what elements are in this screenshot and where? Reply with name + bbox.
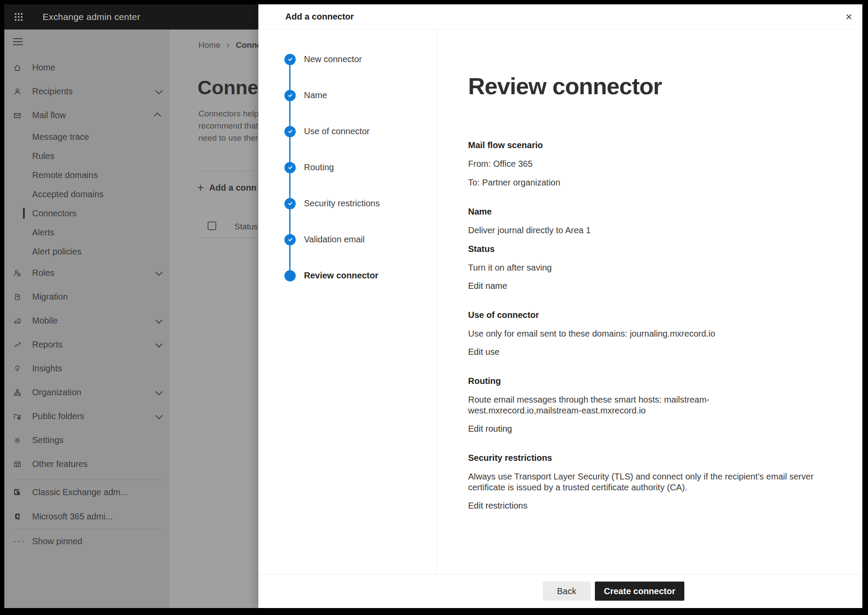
status-column-header: Status	[234, 222, 258, 231]
hamburger-menu-icon[interactable]	[13, 38, 23, 45]
sidebar: Home Recipients Mail flow	[4, 30, 169, 608]
sidebar-item-label: Settings	[32, 435, 63, 445]
sidebar-item-insights[interactable]: Insights	[4, 357, 169, 380]
mail-flow-scenario-heading: Mail flow scenario	[468, 140, 815, 151]
step-label: New connector	[304, 54, 362, 64]
sidebar-item-mobile[interactable]: Mobile	[4, 309, 169, 333]
step-done-icon	[284, 198, 296, 209]
back-button[interactable]: Back	[543, 582, 591, 601]
sidebar-item-public-folders[interactable]: Public folders	[4, 404, 169, 428]
page-intro-text: Connectors help recommend that need to u…	[198, 108, 258, 144]
breadcrumb-current: Conne	[236, 40, 261, 50]
check-icon	[287, 93, 293, 98]
wizard-step-routing[interactable]: Routing	[258, 149, 437, 185]
sidebar-item-remote-domains[interactable]: Remote domains	[4, 165, 169, 185]
step-label: Routing	[304, 162, 334, 172]
sidebar-item-show-pinned[interactable]: ··· Show pinned	[4, 529, 169, 553]
sidebar-item-label: Migration	[32, 292, 68, 302]
sidebar-item-home[interactable]: Home	[4, 56, 169, 79]
microsoft-365-icon	[13, 512, 22, 521]
breadcrumb-home-link[interactable]: Home	[198, 40, 221, 50]
wizard-step-name[interactable]: Name	[258, 77, 437, 113]
sidebar-item-alerts[interactable]: Alerts	[4, 223, 169, 242]
sidebar-item-label: Insights	[32, 364, 62, 374]
step-label: Review connector	[304, 271, 378, 281]
sidebar-item-label: Organization	[32, 387, 81, 397]
chevron-up-icon	[154, 112, 161, 119]
routing-value: Route email messages through these smart…	[468, 394, 815, 416]
sidebar-item-microsoft-365-admin[interactable]: Microsoft 365 admi...	[4, 504, 169, 529]
reports-icon	[13, 341, 22, 349]
breadcrumb-separator-icon: ›	[227, 40, 230, 51]
review-pane: Review connector Mail flow scenario From…	[437, 30, 862, 574]
mail-icon	[13, 111, 22, 120]
use-of-connector-heading: Use of connector	[468, 310, 815, 321]
mobile-icon	[13, 317, 22, 325]
waffle-icon	[14, 12, 23, 22]
sidebar-item-reports[interactable]: Reports	[4, 333, 169, 357]
sidebar-item-alert-policies[interactable]: Alert policies	[4, 242, 169, 261]
public-folders-icon	[13, 412, 22, 421]
status-heading: Status	[468, 244, 815, 255]
wizard-step-security-restrictions[interactable]: Security restrictions	[258, 185, 437, 222]
sidebar-item-recipients[interactable]: Recipients	[4, 79, 169, 103]
wizard-step-review-connector[interactable]: Review connector	[258, 258, 437, 294]
chevron-down-icon	[155, 316, 163, 324]
sidebar-item-label: Remote domains	[32, 170, 98, 180]
edit-routing-link[interactable]: Edit routing	[468, 423, 512, 434]
breadcrumb: Home › Conne	[198, 40, 261, 51]
sidebar-item-rules[interactable]: Rules	[4, 146, 169, 165]
create-connector-button[interactable]: Create connector	[595, 582, 684, 601]
sidebar-item-other-features[interactable]: Other features	[4, 452, 169, 476]
edit-name-link[interactable]: Edit name	[468, 281, 507, 291]
add-connector-label: Add a conn	[209, 183, 257, 193]
sidebar-item-label: Alert policies	[32, 247, 81, 257]
step-label: Name	[304, 90, 327, 100]
step-done-icon	[284, 126, 296, 137]
more-dots-icon: ···	[13, 536, 22, 547]
sidebar-item-mail-flow[interactable]: Mail flow	[4, 103, 169, 127]
step-label: Validation email	[304, 235, 365, 245]
sidebar-item-connectors[interactable]: Connectors	[4, 204, 169, 223]
review-heading: Review connector	[468, 30, 836, 100]
sidebar-item-label: Rules	[32, 151, 54, 161]
sidebar-item-roles[interactable]: Roles	[4, 261, 169, 285]
people-icon	[13, 87, 22, 96]
edit-use-link[interactable]: Edit use	[468, 347, 499, 357]
migration-icon	[13, 293, 22, 301]
sidebar-item-settings[interactable]: Settings	[4, 428, 169, 452]
sidebar-item-label: Alerts	[32, 228, 54, 238]
sidebar-item-label: Message trace	[32, 132, 89, 142]
sidebar-nav-list: Home Recipients Mail flow	[4, 56, 169, 476]
wizard-step-validation-email[interactable]: Validation email	[258, 222, 437, 258]
sidebar-item-label: Roles	[32, 268, 54, 278]
chevron-down-icon	[155, 388, 163, 395]
sidebar-item-migration[interactable]: Migration	[4, 285, 169, 309]
security-restrictions-heading: Security restrictions	[468, 453, 815, 463]
wizard-step-use-of-connector[interactable]: Use of connector	[258, 113, 437, 149]
wizard-step-new-connector[interactable]: New connector	[258, 41, 437, 77]
name-value: Deliver journal directly to Area 1	[468, 225, 815, 236]
classic-exchange-icon	[13, 488, 22, 496]
mail-flow-to: To: Partner organization	[468, 177, 815, 188]
check-icon	[287, 165, 293, 170]
sidebar-item-label: Mobile	[32, 316, 58, 326]
sidebar-item-classic-exchange-admin[interactable]: Classic Exchange adm...	[4, 480, 169, 504]
status-value: Turn it on after saving	[468, 262, 815, 273]
sidebar-item-label: Connectors	[32, 208, 76, 218]
select-all-checkbox[interactable]	[208, 222, 216, 230]
close-icon[interactable]: ✕	[842, 10, 856, 24]
sidebar-item-message-trace[interactable]: Message trace	[4, 127, 169, 146]
add-connector-button[interactable]: + Add a conn	[197, 180, 257, 195]
check-icon	[287, 129, 293, 134]
app-launcher-waffle-icon[interactable]	[14, 12, 23, 22]
insights-lightbulb-icon	[13, 364, 22, 373]
plus-icon: +	[197, 182, 204, 194]
sidebar-item-accepted-domains[interactable]: Accepted domains	[4, 185, 169, 204]
edit-restrictions-link[interactable]: Edit restrictions	[468, 500, 528, 511]
step-current-icon	[284, 270, 296, 281]
sidebar-item-organization[interactable]: Organization	[4, 380, 169, 404]
sidebar-item-label: Public folders	[32, 411, 84, 421]
name-heading: Name	[468, 206, 815, 217]
sidebar-item-label: Mail flow	[32, 110, 66, 120]
